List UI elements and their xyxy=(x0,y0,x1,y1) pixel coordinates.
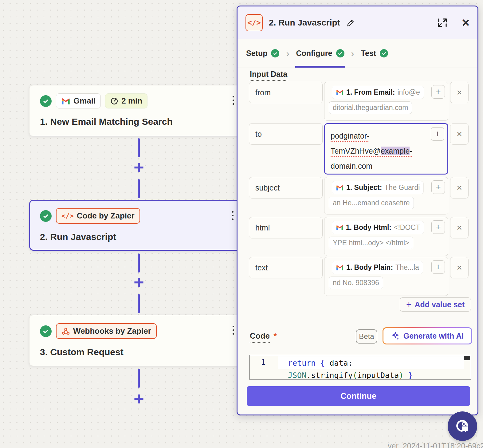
beta-badge: Beta xyxy=(356,329,377,344)
remove-row-button[interactable]: × xyxy=(450,257,469,278)
add-step-button[interactable]: + xyxy=(132,392,146,407)
plus-icon: + xyxy=(406,299,412,310)
key-input-subject[interactable]: subject xyxy=(249,177,323,198)
remove-row-button[interactable]: × xyxy=(450,177,469,198)
app-badge-label: Gmail xyxy=(73,96,96,106)
gmail-token[interactable]: 1. Body Plain:The...la xyxy=(332,261,423,274)
remove-row-button[interactable]: × xyxy=(450,217,469,238)
token-wrap[interactable]: ditorial.theguardian.com xyxy=(329,101,412,114)
value-field-html[interactable]: 1. Body Html:<!DOCT YPE html...ody> </ht… xyxy=(324,217,448,256)
line-number: 1 xyxy=(249,358,277,367)
panel-title: 2. Run Javascript xyxy=(269,18,340,28)
webhooks-by-zapier-badge: Webhooks by Zapier xyxy=(56,323,157,339)
add-step-button[interactable]: + xyxy=(132,161,146,175)
chevron-right-icon: › xyxy=(351,48,354,59)
selected-text: example xyxy=(381,147,410,155)
required-asterisk: * xyxy=(273,331,277,340)
clock-icon xyxy=(110,97,118,105)
code-scrollbar[interactable] xyxy=(464,356,470,360)
check-icon xyxy=(336,49,344,57)
code-icon: </> xyxy=(61,212,74,220)
support-chat-icon xyxy=(454,418,470,434)
sparkle-icon xyxy=(391,331,400,340)
value-field-to[interactable]: podginator- TemVZhHve@example- domain.co… xyxy=(324,123,448,175)
step-menu-button[interactable] xyxy=(233,326,234,335)
connector-line xyxy=(138,138,140,157)
step-card-1[interactable]: Gmail 2 min 1. New Email Matching Search xyxy=(29,85,244,136)
input-data-label: Input Data xyxy=(250,70,287,81)
gmail-icon xyxy=(336,224,344,231)
check-icon xyxy=(380,49,388,57)
value-field-from[interactable]: 1. From Email:info@e ditorial.theguardia… xyxy=(324,82,448,121)
step-menu-button[interactable] xyxy=(233,96,234,105)
add-step-button[interactable]: + xyxy=(132,276,146,290)
webhook-icon xyxy=(61,327,70,336)
chevron-right-icon: › xyxy=(286,48,289,59)
gmail-app-badge: Gmail xyxy=(56,93,101,108)
token-wrap[interactable]: nd No. 908396 xyxy=(329,277,383,289)
duration-badge: 2 min xyxy=(105,93,147,108)
tab-configure[interactable]: Configure xyxy=(295,39,345,68)
connector-line xyxy=(138,369,140,388)
insert-field-button[interactable]: + xyxy=(431,85,445,99)
step-title: 3. Custom Request xyxy=(40,347,237,357)
value-field-text[interactable]: 1. Body Plain:The...la nd No. 908396 + xyxy=(324,257,448,296)
app-badge-label: Code by Zapier xyxy=(77,211,135,221)
step-success-icon xyxy=(40,95,52,107)
add-value-set-button[interactable]: + Add value set xyxy=(400,297,471,312)
app-badge-label: Webhooks by Zapier xyxy=(73,326,151,336)
step-card-3[interactable]: Webhooks by Zapier 3. Custom Request xyxy=(29,315,244,366)
tab-setup[interactable]: Setup xyxy=(245,39,280,68)
help-chat-button[interactable] xyxy=(448,411,477,441)
token-wrap[interactable]: YPE html...ody> </html> xyxy=(329,237,413,249)
insert-field-button[interactable]: + xyxy=(431,220,445,234)
gmail-icon xyxy=(336,89,344,96)
panel-header: </> 2. Run Javascript × xyxy=(238,6,477,39)
code-icon-tile: </> xyxy=(245,14,263,31)
expand-panel-button[interactable] xyxy=(437,18,448,28)
gmail-token[interactable]: 1. Body Html:<!DOCT xyxy=(332,221,424,234)
version-text: ver_2024-11-01T18:20-69c2581 xyxy=(388,442,483,448)
duration-label: 2 min xyxy=(121,96,142,106)
code-icon: </> xyxy=(247,18,261,27)
key-input-to[interactable]: to xyxy=(249,123,323,145)
step-success-icon xyxy=(40,210,52,222)
step-menu-button[interactable] xyxy=(232,211,234,220)
close-panel-button[interactable]: × xyxy=(462,18,469,28)
code-editor[interactable]: 1 return { data:JSON.stringify(inputData… xyxy=(249,355,471,379)
value-field-subject[interactable]: 1. Subject:The Guardi an He...emand ceas… xyxy=(324,177,448,214)
connector-line xyxy=(138,253,140,273)
insert-field-button[interactable]: + xyxy=(431,260,445,274)
step-success-icon xyxy=(40,325,52,337)
generate-with-ai-button[interactable]: Generate with AI xyxy=(383,327,472,344)
gmail-token[interactable]: 1. Subject:The Guardi xyxy=(332,181,424,194)
insert-field-button[interactable]: + xyxy=(431,180,445,194)
code-label: Code xyxy=(250,331,270,343)
insert-field-button[interactable]: + xyxy=(431,127,444,141)
key-input-text[interactable]: text xyxy=(249,257,323,278)
gmail-icon xyxy=(61,97,70,105)
remove-row-button[interactable]: × xyxy=(450,82,469,103)
remove-row-button[interactable]: × xyxy=(450,123,469,145)
connector-line xyxy=(138,294,140,313)
step-card-2[interactable]: </> Code by Zapier 2. Run Javascript xyxy=(29,200,244,251)
edit-title-pencil-icon[interactable] xyxy=(346,18,355,27)
code-by-zapier-badge: </> Code by Zapier xyxy=(56,208,140,224)
step-tabs: Setup › Configure › Test xyxy=(238,39,477,68)
gmail-icon xyxy=(336,264,344,271)
connector-line xyxy=(138,179,140,198)
step-config-panel: </> 2. Run Javascript × Setup › Configur… xyxy=(237,6,478,415)
key-input-from[interactable]: from xyxy=(249,82,323,103)
key-input-html[interactable]: html xyxy=(249,217,323,238)
gmail-token[interactable]: 1. From Email:info@e xyxy=(332,86,424,99)
step-title: 1. New Email Matching Search xyxy=(40,116,237,127)
check-icon xyxy=(271,49,279,57)
gmail-icon xyxy=(336,184,344,191)
continue-button[interactable]: Continue xyxy=(247,386,470,406)
step-title: 2. Run Javascript xyxy=(40,232,237,242)
token-wrap[interactable]: an He...emand ceasefire xyxy=(329,197,414,209)
tab-test[interactable]: Test xyxy=(360,39,389,68)
code-content: return { data:JSON.stringify(inputData) … xyxy=(288,357,461,379)
